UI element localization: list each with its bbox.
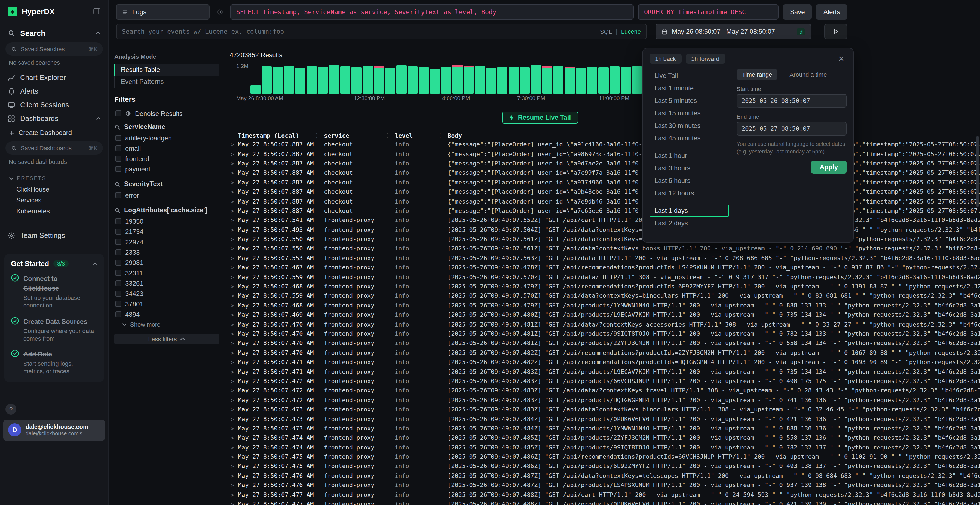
row-expand-icon[interactable]: > [230,274,238,280]
filter-option[interactable]: artillery-loadgen [115,133,219,143]
table-row[interactable]: >May 27 8:50:07.887 AMcheckoutinfo{"mess… [230,206,980,216]
sidebar-item-search[interactable]: Search [0,25,108,41]
histogram-bar[interactable] [262,67,272,94]
sidebar-item-client-sessions[interactable]: Client Sessions [0,98,108,111]
histogram-bar[interactable] [598,67,608,94]
filter-option[interactable]: payment [115,164,219,174]
denoise-results-option[interactable]: Denoise Results [115,108,219,119]
time-range-input[interactable]: May 26 08:50:07 - May 27 08:50:07 d [655,24,811,39]
row-expand-icon[interactable]: > [230,331,238,337]
column-resize-handle[interactable]: ⋮ [313,132,324,139]
row-expand-icon[interactable]: > [230,407,238,413]
histogram-bar[interactable] [385,68,395,94]
table-row[interactable]: >May 27 8:50:07.559 AMfrontend-proxyinfo… [230,272,980,282]
table-row[interactable]: >May 27 8:50:07.476 AMfrontend-proxyinfo… [230,471,980,481]
table-row[interactable]: >May 27 8:50:07.559 AMfrontend-proxyinfo… [230,291,980,301]
time-range-option[interactable]: Last 6 hours [649,175,729,187]
histogram-bar[interactable] [284,66,294,94]
histogram-bar[interactable] [307,67,317,94]
table-row[interactable]: >May 27 8:50:07.887 AMcheckoutinfo{"mess… [230,187,980,197]
histogram-bar[interactable] [542,67,552,94]
start-time-input[interactable]: 2025-05-26 08:50:07 [737,94,846,108]
histogram-bar[interactable] [295,68,305,94]
row-expand-icon[interactable]: > [230,189,238,195]
row-expand-icon[interactable]: > [230,426,238,432]
source-select[interactable]: Logs [116,4,210,20]
filter-option[interactable]: 29081 [115,257,219,268]
saved-dashboards-input[interactable]: Saved Dashboards ⌘K [5,141,103,154]
filter-option[interactable]: 4894 [115,309,219,319]
histogram-bar[interactable] [250,86,261,94]
filter-option[interactable]: 33261 [115,278,219,288]
sidebar-item-alerts[interactable]: Alerts [0,84,108,98]
filter-group-header[interactable]: LogAttributes['cache.size'] [115,206,219,214]
time-range-option[interactable]: Last 5 minutes [649,95,729,106]
histogram-bar[interactable] [565,67,575,94]
checkbox[interactable] [115,249,121,255]
row-expand-icon[interactable]: > [230,227,238,233]
filter-group-header[interactable]: ServiceName [115,123,219,130]
time-range-option[interactable]: Last 30 minutes [649,120,729,132]
table-row[interactable]: >May 27 8:50:07.472 AMfrontend-proxyinfo… [230,376,980,386]
tab-time-range[interactable]: Time range [737,69,778,80]
histogram-bar[interactable] [464,67,474,94]
row-expand-icon[interactable]: > [230,141,238,148]
collapse-sidebar-icon[interactable] [93,8,101,15]
help-button[interactable]: ? [5,404,16,414]
table-row[interactable]: >May 27 8:50:07.471 AMfrontend-proxyinfo… [230,367,980,376]
checkbox[interactable] [115,192,121,198]
row-expand-icon[interactable]: > [230,293,238,299]
table-row[interactable]: >May 27 8:50:07.470 AMfrontend-proxyinfo… [230,348,980,357]
sidebar-preset-kubernetes[interactable]: Kubernetes [0,206,108,217]
table-row[interactable]: >May 27 8:50:07.470 AMfrontend-proxyinfo… [230,320,980,329]
time-range-option[interactable]: Last 15 minutes [649,107,729,119]
close-icon[interactable]: ✕ [836,54,846,64]
column-resize-handle[interactable]: ⋮ [384,132,395,139]
filter-option[interactable]: 32311 [115,268,219,278]
table-row[interactable]: >May 27 8:50:07.473 AMfrontend-proxyinfo… [230,414,980,424]
sidebar-item-dashboards[interactable]: Dashboards [0,111,108,125]
checkbox[interactable] [115,218,121,224]
histogram-bar[interactable] [531,65,541,94]
column-resize-handle[interactable]: ⋮ [437,132,447,139]
time-range-option[interactable]: Last 1 hour [649,150,729,162]
get-started-step[interactable]: Add DataStart sending logs, metrics, or … [11,349,97,375]
table-row[interactable]: >May 27 8:50:07.475 AMfrontend-proxyinfo… [230,452,980,462]
row-expand-icon[interactable]: > [230,501,238,505]
histogram-bar[interactable] [587,67,597,94]
alerts-button[interactable]: Alerts [816,4,847,20]
table-row[interactable]: >May 27 8:50:07.470 AMfrontend-proxyinfo… [230,338,980,348]
row-expand-icon[interactable]: > [230,454,238,460]
table-row[interactable]: >May 27 8:50:07.468 AMfrontend-proxyinfo… [230,301,980,310]
checkbox[interactable] [115,156,121,162]
table-row[interactable]: >May 27 8:50:07.541 AMfrontend-proxyinfo… [230,216,980,225]
row-expand-icon[interactable]: > [230,246,238,252]
table-row[interactable]: >May 27 8:50:07.468 AMfrontend-proxyinfo… [230,282,980,291]
histogram-bar[interactable] [497,67,508,94]
histogram-bar[interactable] [554,67,563,94]
histogram-bar[interactable] [352,67,361,94]
show-more-button[interactable]: Show more [115,319,219,327]
row-expand-icon[interactable]: > [230,151,238,157]
time-range-option[interactable]: Last 2 days [649,217,729,229]
save-button[interactable]: Save [783,4,812,20]
column-header-level[interactable]: level [395,132,413,139]
source-settings-button[interactable] [214,4,226,20]
histogram-bar[interactable] [396,65,406,94]
row-expand-icon[interactable]: > [230,303,238,308]
checkbox[interactable] [115,301,121,307]
histogram-bar[interactable] [475,67,485,94]
table-row[interactable]: >May 27 8:50:07.887 AMcheckoutinfo{"mess… [230,178,980,187]
select-columns-editor[interactable]: SELECT Timestamp, ServiceName as service… [230,4,634,20]
filter-option[interactable]: error [115,190,219,200]
checkbox[interactable] [115,280,121,286]
histogram-bar[interactable] [407,67,418,94]
table-row[interactable]: >May 27 8:50:07.887 AMcheckoutinfo{"mess… [230,197,980,206]
table-row[interactable]: >May 27 8:50:07.550 AMfrontend-proxyinfo… [230,235,980,244]
chevron-up-icon[interactable] [96,117,101,120]
checkbox[interactable] [115,239,121,245]
get-started-step[interactable]: Create Data SourcesConfigure where your … [11,316,97,342]
table-row[interactable]: >May 27 8:50:07.474 AMfrontend-proxyinfo… [230,433,980,443]
sidebar-preset-clickhouse[interactable]: ClickHouse [0,184,108,195]
row-expand-icon[interactable]: > [230,236,238,242]
